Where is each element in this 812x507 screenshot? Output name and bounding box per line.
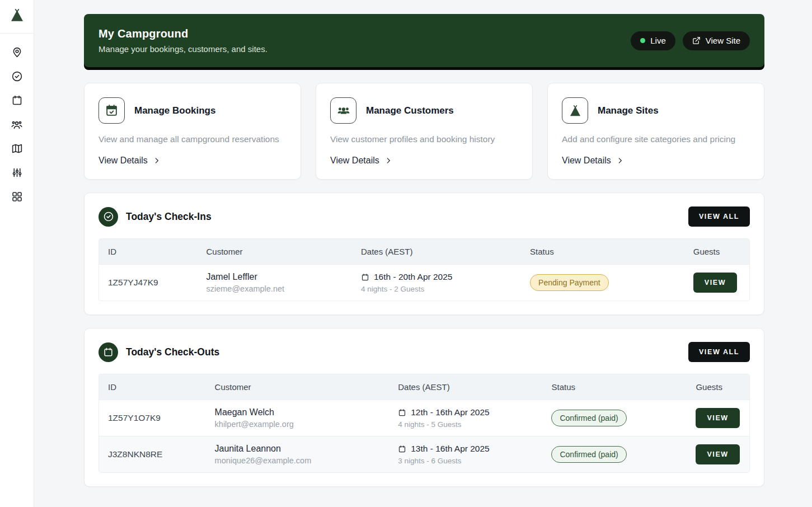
grid-icon	[11, 191, 23, 205]
status-cell: Confirmed (paid)	[542, 400, 687, 436]
view-site-label: View Site	[706, 36, 740, 45]
sidebar-item-location[interactable]	[5, 41, 29, 65]
page-banner: My Campground Manage your bookings, cust…	[84, 14, 764, 67]
view-details-link-customers[interactable]: View Details	[330, 156, 392, 166]
circle-check-icon	[98, 207, 118, 227]
view-details-link-sites[interactable]: View Details	[562, 156, 624, 166]
dates-cell: 16th - 20th Apr 2025 4 nights - 2 Guests	[352, 265, 521, 301]
card-manage-customers: Manage Customers View customer profiles …	[316, 83, 533, 180]
card-title: Manage Bookings	[134, 105, 215, 116]
checkouts-table: ID Customer Dates (AEST) Status Guests 1…	[98, 374, 750, 473]
stay-details: 4 nights - 2 Guests	[361, 285, 512, 293]
view-booking-button[interactable]: VIEW	[696, 444, 739, 464]
booking-id: J3Z8NKN8RE	[99, 436, 206, 473]
view-details-label: View Details	[562, 156, 611, 166]
card-header: Manage Sites	[562, 97, 750, 124]
tent-icon	[562, 97, 588, 124]
booking-id: 1Z57Y1O7K9	[99, 400, 206, 436]
checkouts-header: Today's Check-Outs VIEW ALL	[98, 342, 750, 362]
users-icon	[330, 97, 356, 124]
col-guests: Guests	[684, 239, 749, 265]
calendar-icon	[98, 342, 118, 362]
live-label: Live	[650, 36, 666, 45]
col-id: ID	[99, 374, 206, 400]
dates-cell: 12th - 16th Apr 2025 4 nights - 5 Guests	[389, 400, 542, 436]
checkins-view-all-button[interactable]: VIEW ALL	[688, 206, 750, 227]
sidebar-item-checkins[interactable]	[5, 65, 29, 90]
checkins-header: Today's Check-Ins VIEW ALL	[98, 206, 750, 227]
view-site-button[interactable]: View Site	[683, 31, 750, 50]
view-booking-button[interactable]: VIEW	[693, 273, 737, 293]
chevron-right-icon	[384, 157, 392, 165]
status-cell: Pending Payment	[521, 265, 684, 301]
external-link-icon	[692, 36, 701, 45]
app-logo	[0, 0, 34, 34]
col-guests: Guests	[687, 374, 749, 400]
customer-email: monique26@example.com	[215, 456, 381, 465]
calendar-icon	[361, 273, 369, 281]
checkouts-view-all-button[interactable]: VIEW ALL	[688, 342, 750, 362]
checkouts-panel: Today's Check-Outs VIEW ALL ID Customer …	[84, 328, 764, 487]
customer-cell: Jamel Leffler szieme@example.net	[197, 265, 352, 301]
date-range: 13th - 16th Apr 2025	[411, 444, 489, 454]
table-header-row: ID Customer Dates (AEST) Status Guests	[99, 239, 749, 265]
card-title: Manage Customers	[366, 105, 454, 116]
banner-text: My Campground Manage your bookings, cust…	[98, 27, 267, 54]
view-booking-button[interactable]: VIEW	[696, 408, 739, 428]
view-details-label: View Details	[98, 156, 148, 166]
sidebar-item-bookings[interactable]	[5, 90, 29, 114]
checkins-title: Today's Check-Ins	[126, 211, 212, 223]
map-icon	[11, 143, 23, 157]
users-icon	[11, 119, 23, 133]
table-row: 1Z57YJ47K9 Jamel Leffler szieme@example.…	[99, 265, 749, 301]
card-description: Add and configure site categories and pr…	[562, 134, 750, 144]
table-header-row: ID Customer Dates (AEST) Status Guests	[99, 374, 749, 400]
stay-details: 4 nights - 5 Guests	[398, 420, 533, 429]
live-status-badge: Live	[631, 31, 675, 50]
booking-id: 1Z57YJ47K9	[99, 265, 197, 301]
status-badge: Pending Payment	[530, 274, 609, 291]
calendar-icon	[11, 95, 23, 109]
col-dates: Dates (AEST)	[389, 374, 542, 400]
date-range: 16th - 20th Apr 2025	[374, 272, 452, 282]
checkins-table: ID Customer Dates (AEST) Status Guests 1…	[98, 238, 750, 301]
date-range: 12th - 16th Apr 2025	[411, 407, 489, 417]
col-customer: Customer	[206, 374, 389, 400]
sidebar-item-filters[interactable]	[5, 162, 29, 186]
sidebar-item-map[interactable]	[5, 138, 29, 162]
status-badge: Confirmed (paid)	[551, 446, 626, 463]
customer-name: Maegan Welch	[215, 407, 381, 417]
status-badge: Confirmed (paid)	[551, 410, 626, 426]
action-cell: VIEW	[687, 436, 749, 473]
table-row: J3Z8NKN8RE Jaunita Leannon monique26@exa…	[99, 436, 749, 473]
sliders-icon	[11, 167, 23, 181]
customer-email: khilpert@example.org	[215, 420, 381, 429]
view-details-link-bookings[interactable]: View Details	[98, 156, 161, 166]
card-header: Manage Customers	[330, 97, 518, 124]
card-manage-sites: Manage Sites Add and configure site cate…	[547, 83, 764, 180]
chevron-right-icon	[616, 157, 624, 165]
customer-cell: Maegan Welch khilpert@example.org	[206, 400, 389, 436]
sidebar-item-categories[interactable]	[5, 186, 29, 210]
action-cell: VIEW	[684, 265, 749, 301]
calendar-icon	[398, 409, 406, 417]
banner-actions: Live View Site	[631, 31, 750, 50]
sidebar-item-customers[interactable]	[5, 114, 29, 138]
card-manage-bookings: Manage Bookings View and manage all camp…	[84, 83, 301, 180]
card-description: View customer profiles and booking histo…	[330, 134, 518, 144]
tent-icon	[10, 8, 25, 25]
main-content: My Campground Manage your bookings, cust…	[34, 0, 812, 487]
card-title: Manage Sites	[598, 105, 659, 116]
table-row: 1Z57Y1O7K9 Maegan Welch khilpert@example…	[99, 400, 749, 436]
customer-cell: Jaunita Leannon monique26@example.com	[206, 436, 389, 473]
col-customer: Customer	[197, 239, 352, 265]
view-details-label: View Details	[330, 156, 379, 166]
card-description: View and manage all campground reservati…	[98, 134, 287, 144]
action-cell: VIEW	[687, 400, 749, 436]
checkins-panel: Today's Check-Ins VIEW ALL ID Customer D…	[84, 193, 764, 315]
live-dot-icon	[640, 38, 645, 43]
feature-cards: Manage Bookings View and manage all camp…	[84, 83, 764, 180]
customer-name: Jamel Leffler	[206, 272, 343, 282]
calendar-check-icon	[98, 97, 125, 124]
dates-cell: 13th - 16th Apr 2025 3 nights - 6 Guests	[389, 436, 542, 473]
